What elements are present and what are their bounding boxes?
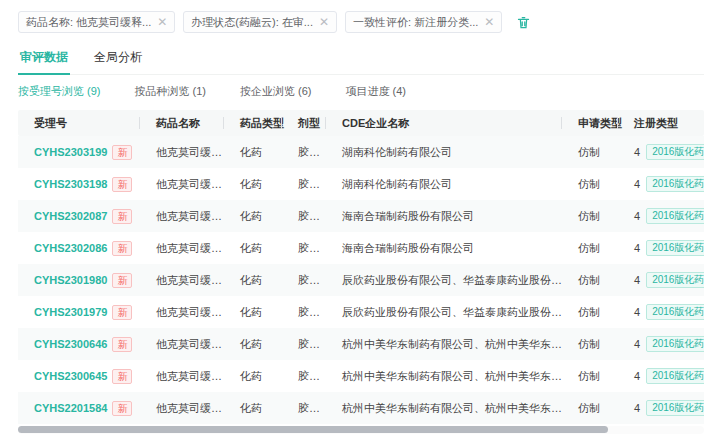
- filter-tag: 一致性评价: 新注册分类... ✕: [345, 11, 502, 33]
- apply-type: 仿制: [562, 209, 618, 224]
- close-icon[interactable]: ✕: [484, 16, 494, 28]
- table-header-row: 受理号药品名称药品类型剂型CDE企业名称申请类型注册类型: [18, 110, 704, 136]
- subtab[interactable]: 项目进度 (4): [346, 84, 407, 99]
- acceptance-number-link[interactable]: CYHS2302087: [34, 210, 107, 222]
- table-row[interactable]: CYHS2300645 新 他克莫司缓释胶囊 化药 胶囊剂 杭州中美华东制药有限…: [18, 360, 704, 392]
- reg-number: 4: [634, 338, 640, 350]
- company-name: 湖南科伦制药有限公司: [326, 145, 562, 160]
- reg-number: 4: [634, 274, 640, 286]
- horizontal-scrollbar-thumb[interactable]: [18, 426, 608, 433]
- table-row[interactable]: CYHS2301979 新 他克莫司缓释胶囊 化药 胶囊剂 辰欣药业股份有限公司…: [18, 296, 704, 328]
- trash-icon[interactable]: [516, 15, 531, 30]
- filter-tag-label: 一致性评价: 新注册分类...: [353, 15, 478, 30]
- apply-type: 仿制: [562, 273, 618, 288]
- apply-type: 仿制: [562, 369, 618, 384]
- acceptance-number-link[interactable]: CYHS2201584: [34, 402, 107, 414]
- tab[interactable]: 审评数据: [18, 46, 70, 74]
- close-icon[interactable]: ✕: [157, 16, 167, 28]
- reg-number: 4: [634, 370, 640, 382]
- drug-type: 化药: [224, 241, 282, 256]
- table-row[interactable]: CYHS2201584 新 他克莫司缓释胶囊 化药 胶囊剂 杭州中美华东制药有限…: [18, 392, 704, 424]
- column-header: 申请类型: [562, 110, 618, 136]
- drug-type: 化药: [224, 401, 282, 416]
- company-name: 海南合瑞制药股份有限公司: [326, 209, 562, 224]
- subtab[interactable]: 按品种浏览 (1): [135, 84, 207, 99]
- filter-tag: 药品名称: 他克莫司缓释... ✕: [18, 11, 175, 33]
- reg-type-badge: 2016版化药: [646, 368, 704, 384]
- results-table: 受理号药品名称药品类型剂型CDE企业名称申请类型注册类型 CYHS2303199…: [18, 110, 704, 434]
- reg-number: 4: [634, 306, 640, 318]
- acceptance-number-link[interactable]: CYHS2303199: [34, 146, 107, 158]
- drug-name: 他克莫司缓释胶囊: [140, 177, 224, 192]
- reg-type-badge: 2016版化药: [646, 208, 704, 224]
- reg-type-badge: 2016版化药: [646, 176, 704, 192]
- apply-type: 仿制: [562, 305, 618, 320]
- horizontal-scrollbar-track[interactable]: [18, 426, 704, 434]
- acceptance-number-link[interactable]: CYHS2300646: [34, 338, 107, 350]
- page: 药品名称: 他克莫司缓释... ✕ 办理状态(药融云): 在审... ✕ 一致性…: [0, 0, 722, 445]
- dosage-form: 胶囊剂: [282, 273, 326, 288]
- reg-number: 4: [634, 242, 640, 254]
- drug-type: 化药: [224, 273, 282, 288]
- drug-type: 化药: [224, 337, 282, 352]
- reg-type-badge: 2016版化药: [646, 304, 704, 320]
- drug-name: 他克莫司缓释胶囊: [140, 401, 224, 416]
- new-badge: 新: [112, 273, 132, 288]
- column-header: CDE企业名称: [326, 110, 562, 136]
- company-name: 海南合瑞制药股份有限公司: [326, 241, 562, 256]
- apply-type: 仿制: [562, 337, 618, 352]
- reg-number: 4: [634, 402, 640, 414]
- table-row[interactable]: CYHS2302087 新 他克莫司缓释胶囊 化药 胶囊剂 海南合瑞制药股份有限…: [18, 200, 704, 232]
- table-row[interactable]: CYHS2303199 新 他克莫司缓释胶囊 化药 胶囊剂 湖南科伦制药有限公司…: [18, 136, 704, 168]
- drug-name: 他克莫司缓释胶囊: [140, 337, 224, 352]
- subtab[interactable]: 按企业浏览 (6): [240, 84, 312, 99]
- apply-type: 仿制: [562, 177, 618, 192]
- acceptance-number-link[interactable]: CYHS2303198: [34, 178, 107, 190]
- drug-name: 他克莫司缓释胶囊: [140, 145, 224, 160]
- reg-type-badge: 2016版化药: [646, 400, 704, 416]
- filter-bar: 药品名称: 他克莫司缓释... ✕ 办理状态(药融云): 在审... ✕ 一致性…: [18, 11, 704, 33]
- table-row[interactable]: CYHS2303198 新 他克莫司缓释胶囊 化药 胶囊剂 湖南科伦制药有限公司…: [18, 168, 704, 200]
- dosage-form: 胶囊剂: [282, 305, 326, 320]
- company-name: 湖南科伦制药有限公司: [326, 177, 562, 192]
- apply-type: 仿制: [562, 145, 618, 160]
- drug-name: 他克莫司缓释胶囊: [140, 241, 224, 256]
- new-badge: 新: [112, 401, 132, 416]
- acceptance-number-link[interactable]: CYHS2302086: [34, 242, 107, 254]
- reg-number: 4: [634, 146, 640, 158]
- company-name: 杭州中美华东制药有限公司、杭州中美华东制药江东有限公司: [326, 337, 562, 352]
- filter-tag-list: 药品名称: 他克莫司缓释... ✕ 办理状态(药融云): 在审... ✕ 一致性…: [18, 11, 502, 33]
- new-badge: 新: [112, 337, 132, 352]
- apply-type: 仿制: [562, 401, 618, 416]
- subtab[interactable]: 按受理号浏览 (9): [18, 84, 101, 99]
- drug-type: 化药: [224, 305, 282, 320]
- table-row[interactable]: CYHS2301980 新 他克莫司缓释胶囊 化药 胶囊剂 辰欣药业股份有限公司…: [18, 264, 704, 296]
- close-icon[interactable]: ✕: [319, 16, 329, 28]
- column-header: 受理号: [18, 110, 140, 136]
- company-name: 杭州中美华东制药有限公司、杭州中美华东制药江东有限公司: [326, 401, 562, 416]
- dosage-form: 胶囊剂: [282, 209, 326, 224]
- drug-name: 他克莫司缓释胶囊: [140, 273, 224, 288]
- dosage-form: 胶囊剂: [282, 241, 326, 256]
- new-badge: 新: [112, 209, 132, 224]
- drug-name: 他克莫司缓释胶囊: [140, 369, 224, 384]
- table-row[interactable]: CYHS2302086 新 他克莫司缓释胶囊 化药 胶囊剂 海南合瑞制药股份有限…: [18, 232, 704, 264]
- dosage-form: 胶囊剂: [282, 177, 326, 192]
- reg-number: 4: [634, 210, 640, 222]
- tab[interactable]: 全局分析: [92, 46, 144, 74]
- new-badge: 新: [112, 177, 132, 192]
- acceptance-number-link[interactable]: CYHS2301979: [34, 306, 107, 318]
- column-header: 剂型: [282, 110, 326, 136]
- reg-type-badge: 2016版化药: [646, 272, 704, 288]
- acceptance-number-link[interactable]: CYHS2300645: [34, 370, 107, 382]
- new-badge: 新: [112, 145, 132, 160]
- tab-bar: 审评数据全局分析: [18, 46, 704, 75]
- filter-tag-label: 药品名称: 他克莫司缓释...: [26, 15, 151, 30]
- company-name: 辰欣药业股份有限公司、华益泰康药业股份有限公司: [326, 305, 562, 320]
- drug-name: 他克莫司缓释胶囊: [140, 209, 224, 224]
- drug-type: 化药: [224, 369, 282, 384]
- table-row[interactable]: CYHS2300646 新 他克莫司缓释胶囊 化药 胶囊剂 杭州中美华东制药有限…: [18, 328, 704, 360]
- column-header: 药品类型: [224, 110, 282, 136]
- acceptance-number-link[interactable]: CYHS2301980: [34, 274, 107, 286]
- subtab-bar: 按受理号浏览 (9)按品种浏览 (1)按企业浏览 (6)项目进度 (4): [18, 84, 704, 99]
